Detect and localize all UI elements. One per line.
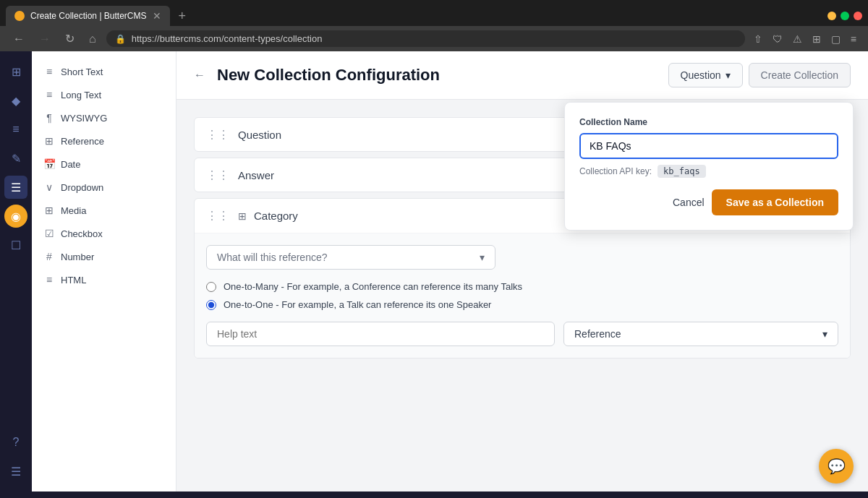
ct-label-html: HTML: [61, 275, 86, 286]
ct-label-wysiwyg: WYSIWYG: [61, 113, 107, 124]
ct-label-number: Number: [61, 252, 94, 262]
collection-name-input[interactable]: [579, 133, 838, 159]
new-tab-button[interactable]: +: [173, 9, 192, 24]
popup-save-button[interactable]: Save as a Collection: [712, 189, 838, 215]
reference-type-label: Reference: [574, 328, 621, 340]
menu-icon[interactable]: ≡: [848, 32, 859, 46]
reference-type-arrow: ▾: [822, 328, 827, 340]
nav-home-button[interactable]: ⌂: [85, 31, 101, 47]
page-header: ← New Collection Configuration Question …: [176, 51, 868, 100]
ct-item-wysiwyg[interactable]: ¶ WYSIWYG: [32, 106, 176, 129]
url-text: https://buttercms.com/content-types/coll…: [132, 33, 736, 44]
nav-back-button[interactable]: ←: [9, 31, 29, 47]
ct-label-checkbox: Checkbox: [61, 228, 103, 239]
ct-item-dropdown[interactable]: ∨ Dropdown: [32, 176, 176, 199]
date-icon: 📅: [43, 158, 55, 170]
split-view-icon[interactable]: ▢: [828, 32, 843, 46]
chat-icon: 💬: [827, 458, 846, 475]
alert-icon[interactable]: ⚠: [790, 32, 805, 46]
reference-radio-group: One-to-Many - For example, a Conference …: [206, 281, 838, 310]
reference-target-dropdown[interactable]: What will this reference? ▾: [206, 245, 495, 270]
ct-item-reference[interactable]: ⊞ Reference: [32, 129, 176, 153]
shield-icon[interactable]: 🛡: [770, 32, 786, 46]
back-button[interactable]: ←: [194, 69, 205, 82]
nav-refresh-button[interactable]: ↻: [61, 30, 79, 47]
short-text-icon: ≡: [43, 66, 55, 77]
radio-one-to-one-label: One-to-One - For example, a Talk can ref…: [224, 299, 491, 310]
long-text-icon: ≡: [43, 89, 55, 100]
page-title: New Collection Configuration: [217, 66, 440, 85]
chat-widget-button[interactable]: 💬: [819, 449, 854, 484]
dropdown-icon: ∨: [43, 181, 55, 193]
browser-tab[interactable]: Create Collection | ButterCMS ✕: [6, 6, 170, 26]
sidebar-icon-images[interactable]: ☐: [4, 233, 27, 257]
ct-item-html[interactable]: ≡ HTML: [32, 268, 176, 291]
reference-field-body: What will this reference? ▾ One-to-Many …: [195, 233, 850, 358]
collection-name-label: Collection Name: [579, 117, 838, 127]
drag-handle-category[interactable]: ⋮⋮: [206, 209, 229, 223]
main-content: ← New Collection Configuration Question …: [176, 51, 868, 491]
header-actions: Question ▾ Create Collection: [668, 63, 851, 87]
reference-type-select[interactable]: Reference ▾: [563, 322, 838, 346]
drag-handle-question[interactable]: ⋮⋮: [206, 128, 229, 142]
create-button-label: Create Collection: [761, 69, 838, 81]
sidebar-icon-home[interactable]: ⊞: [4, 60, 27, 83]
radio-one-to-many-label: One-to-Many - For example, a Conference …: [224, 281, 522, 292]
number-icon: #: [43, 251, 55, 262]
media-icon: ⊞: [43, 205, 55, 216]
popup-cancel-button[interactable]: Cancel: [673, 197, 705, 208]
wysiwyg-icon: ¶: [43, 112, 55, 124]
extensions-icon[interactable]: ⊞: [809, 32, 824, 46]
help-text-input[interactable]: [206, 322, 555, 346]
sidebar-icon-settings[interactable]: ☰: [4, 460, 27, 483]
ct-item-number[interactable]: # Number: [32, 245, 176, 268]
ct-label-short-text: Short Text: [61, 66, 103, 77]
window-maximize[interactable]: [841, 12, 849, 20]
ct-label-media: Media: [61, 205, 86, 216]
ct-item-long-text[interactable]: ≡ Long Text: [32, 83, 176, 106]
window-minimize[interactable]: [827, 12, 836, 20]
html-icon: ≡: [43, 274, 55, 286]
radio-one-to-one[interactable]: One-to-One - For example, a Talk can ref…: [206, 299, 838, 310]
tab-favicon: [14, 11, 25, 21]
ct-label-long-text: Long Text: [61, 90, 101, 100]
window-close[interactable]: [854, 12, 862, 20]
chevron-down-icon: ▾: [480, 252, 485, 263]
drag-handle-answer[interactable]: ⋮⋮: [206, 168, 229, 182]
reference-icon: ⊞: [43, 135, 55, 147]
content-types-panel: ≡ Short Text ≡ Long Text ¶ WYSIWYG ⊞ Ref…: [32, 51, 176, 491]
question-dropdown-button[interactable]: Question ▾: [668, 63, 743, 87]
ct-item-date[interactable]: 📅 Date: [32, 153, 176, 176]
sidebar-icon-user[interactable]: ◉: [4, 205, 27, 228]
sidebar-icon-help[interactable]: ?: [4, 431, 27, 454]
share-icon[interactable]: ⇧: [751, 32, 765, 46]
app-sidebar: ⊞ ◆ ≡ ✎ ☰ ◉ ☐ ? ☰: [0, 51, 32, 491]
tab-close-btn[interactable]: ✕: [153, 10, 161, 22]
ct-item-short-text[interactable]: ≡ Short Text: [32, 60, 176, 83]
create-collection-button[interactable]: Create Collection: [749, 63, 851, 87]
sidebar-icon-blog[interactable]: ✎: [4, 147, 27, 170]
reference-dropdown-placeholder: What will this reference?: [217, 252, 328, 263]
sidebar-icon-pages[interactable]: ≡: [4, 118, 27, 141]
question-button-label: Question: [681, 69, 721, 81]
radio-one-to-one-input[interactable]: [206, 300, 216, 310]
sidebar-icon-content[interactable]: ☰: [4, 176, 27, 199]
api-key-row: Collection API key: kb_faqs: [579, 165, 838, 178]
nav-forward-button[interactable]: →: [35, 31, 55, 47]
tab-title: Create Collection | ButterCMS: [30, 11, 147, 21]
question-dropdown-arrow: ▾: [726, 69, 731, 81]
popup-actions: Cancel Save as a Collection: [579, 189, 838, 215]
address-bar[interactable]: 🔒 https://buttercms.com/content-types/co…: [106, 30, 745, 47]
radio-one-to-many-input[interactable]: [206, 282, 216, 292]
checkbox-icon: ☑: [43, 228, 55, 239]
radio-one-to-many[interactable]: One-to-Many - For example, a Conference …: [206, 281, 838, 292]
ssl-icon: 🔒: [115, 34, 126, 44]
ct-label-reference: Reference: [61, 136, 104, 147]
sidebar-icon-diamond[interactable]: ◆: [4, 89, 27, 112]
reference-type-icon: ⊞: [238, 210, 247, 222]
collection-name-popup: Collection Name Collection API key: kb_f…: [564, 102, 854, 231]
api-key-badge: kb_faqs: [658, 165, 706, 178]
ct-label-date: Date: [61, 159, 80, 170]
ct-item-media[interactable]: ⊞ Media: [32, 199, 176, 222]
ct-item-checkbox[interactable]: ☑ Checkbox: [32, 222, 176, 245]
